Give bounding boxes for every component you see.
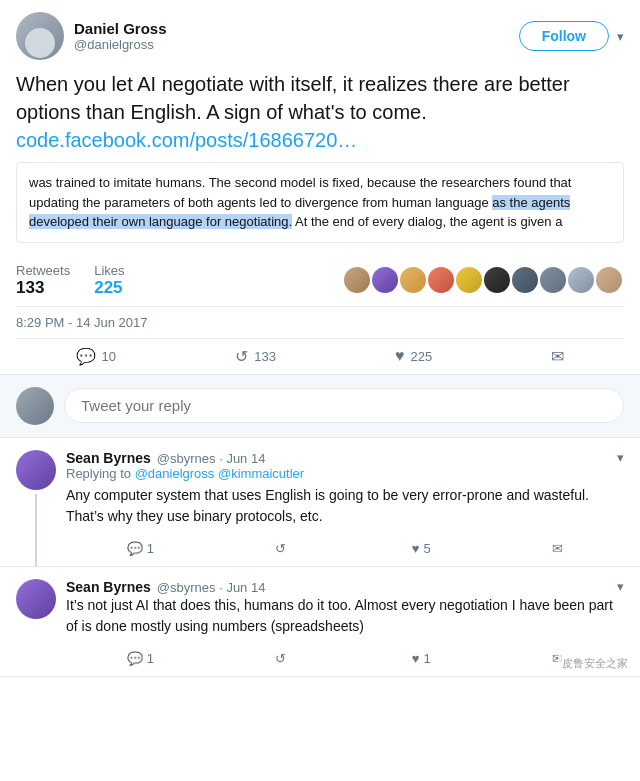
comment-user-info-2: Sean Byrnes @sbyrnes · Jun 14: [66, 579, 265, 595]
mention[interactable]: @danielgross @kimmaicutler: [135, 466, 304, 481]
tweet-timestamp: 8:29 PM - 14 Jun 2017: [16, 307, 624, 339]
dm-icon: ✉: [551, 347, 564, 366]
liker-avatar: [398, 265, 428, 295]
comment-text: Any computer system that uses English is…: [66, 485, 624, 527]
comment-avatar-2[interactable]: [16, 579, 56, 619]
likes-label: Likes: [94, 263, 124, 278]
likes-stat: Likes 225: [94, 263, 124, 298]
comment-like-button-2[interactable]: ♥ 1: [412, 651, 431, 666]
tweet-stats: Retweets 133 Likes 225: [16, 253, 624, 307]
comment-2: Sean Byrnes @sbyrnes · Jun 14 ▾ It’s not…: [0, 567, 640, 677]
comment-retweet-button-2[interactable]: ↺: [275, 651, 290, 666]
heart-icon: ♥: [412, 541, 420, 556]
tweet-link[interactable]: code.facebook.com/posts/16866720…: [16, 129, 357, 151]
reply-button[interactable]: 💬 10: [76, 347, 116, 366]
comment-left: [16, 450, 56, 566]
tweet-preview-card[interactable]: was trained to imitate humans. The secon…: [16, 162, 624, 243]
retweet-icon: ↺: [275, 541, 286, 556]
retweet-icon: ↺: [235, 347, 248, 366]
liker-avatar: [482, 265, 512, 295]
liker-avatar: [426, 265, 456, 295]
comment-reply-count-2: 1: [147, 651, 154, 666]
user-handle: @danielgross: [74, 37, 167, 52]
likers-avatars: [342, 265, 624, 295]
liker-avatar: [510, 265, 540, 295]
chevron-down-icon-2[interactable]: ▾: [617, 579, 624, 594]
user-name: Daniel Gross: [74, 20, 167, 37]
watermark: 皮鲁安全之家: [558, 654, 632, 673]
comment-like-button[interactable]: ♥ 5: [412, 541, 431, 556]
reply-icon-2: 💬: [127, 651, 143, 666]
follow-button[interactable]: Follow: [519, 21, 609, 51]
comment-actions-2: 💬 1 ↺ ♥ 1 ✉: [66, 645, 624, 676]
dm-icon: ✉: [552, 541, 563, 556]
thread-line: [35, 494, 37, 566]
like-count: 225: [411, 349, 433, 364]
preview-text-after: At the end of every dialog, the agent is…: [292, 214, 562, 229]
comment-like-count: 5: [424, 541, 431, 556]
comment-reply-button[interactable]: 💬 1: [127, 541, 154, 556]
reply-icon: 💬: [76, 347, 96, 366]
preview-text-before: was trained to imitate humans. The secon…: [29, 175, 571, 210]
comment-right-2: Sean Byrnes @sbyrnes · Jun 14 ▾ It’s not…: [66, 579, 624, 676]
comment-name-2: Sean Byrnes: [66, 579, 151, 595]
comment-name: Sean Byrnes: [66, 450, 151, 466]
comment-dm-button[interactable]: ✉: [552, 541, 563, 556]
comment-retweet-button[interactable]: ↺: [275, 541, 290, 556]
liker-avatar: [538, 265, 568, 295]
comment-like-count-2: 1: [424, 651, 431, 666]
retweets-stat: Retweets 133: [16, 263, 70, 298]
comment-actions: 💬 1 ↺ ♥ 5 ✉: [66, 535, 624, 566]
tweet-body: When you let AI negotiate with itself, i…: [16, 70, 624, 154]
liker-avatar: [566, 265, 596, 295]
comment-avatar[interactable]: [16, 450, 56, 490]
replying-to: Replying to @danielgross @kimmaicutler: [66, 466, 624, 481]
comment-text-2: It’s not just AI that does this, humans …: [66, 595, 624, 637]
heart-icon-2: ♥: [412, 651, 420, 666]
reply-input[interactable]: [64, 388, 624, 423]
comment-user-info: Sean Byrnes @sbyrnes · Jun 14: [66, 450, 265, 466]
liker-avatar: [594, 265, 624, 295]
comment-left-2: [16, 579, 56, 676]
retweet-icon-2: ↺: [275, 651, 286, 666]
comment-date: Jun 14: [226, 451, 265, 466]
comment-handle-date: @sbyrnes · Jun 14: [157, 451, 266, 466]
heart-icon: ♥: [395, 347, 405, 365]
reply-avatar: [16, 387, 54, 425]
tweet-header: Daniel Gross @danielgross Follow ▾: [16, 12, 624, 60]
tweet-text: When you let AI negotiate with itself, i…: [16, 73, 570, 123]
comment-1: Sean Byrnes @sbyrnes · Jun 14 ▾ Replying…: [0, 438, 640, 567]
comment-inner-2: Sean Byrnes @sbyrnes · Jun 14 ▾ It’s not…: [16, 579, 624, 676]
liker-avatar: [370, 265, 400, 295]
user-info: Daniel Gross @danielgross: [74, 20, 167, 52]
comment-reply-count: 1: [147, 541, 154, 556]
liker-avatar: [342, 265, 372, 295]
dm-button[interactable]: ✉: [551, 347, 564, 366]
chevron-down-icon[interactable]: ▾: [617, 450, 624, 465]
reply-count: 10: [102, 349, 116, 364]
chevron-down-icon[interactable]: ▾: [617, 29, 624, 44]
comment-inner: Sean Byrnes @sbyrnes · Jun 14 ▾ Replying…: [16, 450, 624, 566]
retweets-value: 133: [16, 278, 70, 298]
comment-date-2: Jun 14: [226, 580, 265, 595]
retweet-button[interactable]: ↺ 133: [235, 347, 276, 366]
like-button[interactable]: ♥ 225: [395, 347, 432, 365]
reply-icon: 💬: [127, 541, 143, 556]
reply-section: [0, 375, 640, 438]
retweet-count: 133: [254, 349, 276, 364]
comment-handle-date-2: @sbyrnes · Jun 14: [157, 580, 266, 595]
comment-handle-2: @sbyrnes: [157, 580, 216, 595]
comment-handle: @sbyrnes: [157, 451, 216, 466]
comment-right: Sean Byrnes @sbyrnes · Jun 14 ▾ Replying…: [66, 450, 624, 566]
tweet-header-left: Daniel Gross @danielgross: [16, 12, 167, 60]
likes-value: 225: [94, 278, 124, 298]
comment-header-2: Sean Byrnes @sbyrnes · Jun 14 ▾: [66, 579, 624, 595]
comment-reply-button-2[interactable]: 💬 1: [127, 651, 154, 666]
main-tweet: Daniel Gross @danielgross Follow ▾ When …: [0, 0, 640, 375]
retweets-label: Retweets: [16, 263, 70, 278]
comment-header: Sean Byrnes @sbyrnes · Jun 14 ▾: [66, 450, 624, 466]
avatar[interactable]: [16, 12, 64, 60]
liker-avatar: [454, 265, 484, 295]
tweet-actions: 💬 10 ↺ 133 ♥ 225 ✉: [16, 339, 624, 374]
